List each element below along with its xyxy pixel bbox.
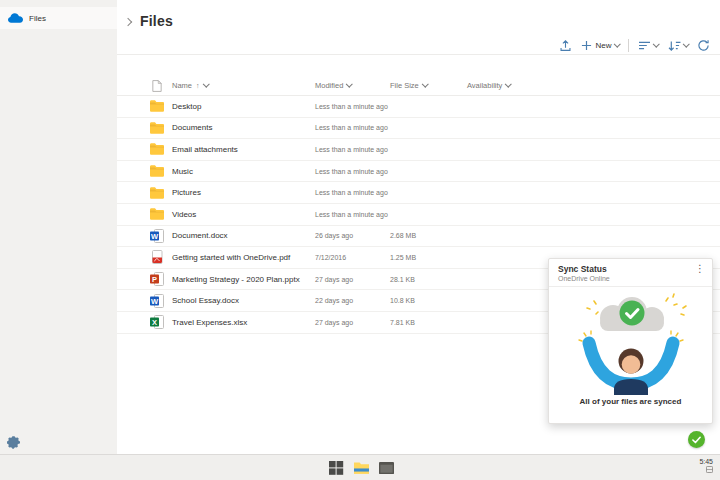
refresh-button[interactable] — [697, 39, 710, 52]
file-size: 10.8 KB — [390, 297, 467, 304]
sort-lines-icon — [638, 40, 651, 51]
svg-text:P: P — [152, 275, 157, 284]
folder-icon — [150, 207, 164, 221]
file-modified: Less than a minute ago — [315, 146, 390, 153]
file-modified: Less than a minute ago — [315, 189, 390, 196]
word-file-icon: W — [150, 229, 164, 243]
chevron-down-icon — [614, 40, 620, 46]
chevron-right-icon — [124, 17, 132, 25]
svg-text:W: W — [151, 231, 159, 240]
file-size: 2.68 MB — [390, 232, 467, 239]
file-modified: 7/12/2016 — [315, 254, 390, 261]
chevron-down-icon — [653, 40, 659, 46]
file-name: Marketing Strategy - 2020 Plan.pptx — [164, 275, 315, 284]
sync-status-popup: Sync Status OneDrive Online ⋮ — [548, 258, 713, 424]
folder-icon — [150, 142, 164, 156]
sort-ascending-icon: ↑ — [196, 82, 200, 89]
sidebar: Files — [0, 0, 117, 456]
sidebar-item-files[interactable]: Files — [0, 7, 117, 29]
column-header-name[interactable]: Name ↑ — [164, 81, 315, 90]
column-header-availability[interactable]: Availability — [467, 81, 720, 90]
upload-button[interactable] — [559, 39, 572, 52]
table-row[interactable]: DesktopLess than a minute ago — [117, 96, 720, 118]
table-row[interactable]: Email attachmentsLess than a minute ago — [117, 139, 720, 161]
breadcrumb: Files — [125, 13, 173, 29]
svg-text:W: W — [151, 296, 159, 305]
document-header-icon — [152, 80, 164, 92]
sync-popup-title: Sync Status — [558, 264, 703, 274]
onedrive-cloud-icon — [8, 13, 23, 23]
refresh-icon — [697, 39, 710, 52]
file-name: Document.docx — [164, 231, 315, 240]
toolbar-divider — [628, 39, 629, 52]
table-row[interactable]: PicturesLess than a minute ago — [117, 182, 720, 204]
sync-ok-badge[interactable] — [688, 431, 705, 448]
file-modified: 27 days ago — [315, 319, 390, 326]
file-modified: 26 days ago — [315, 232, 390, 239]
file-name: Getting started with OneDrive.pdf — [164, 253, 315, 262]
file-name: Videos — [164, 210, 315, 219]
sync-status-message: All of your files are synced — [549, 397, 712, 406]
ime-indicator-icon — [699, 466, 713, 473]
chevron-down-icon — [422, 81, 428, 87]
more-options-button[interactable]: ⋮ — [695, 264, 705, 274]
clock-time: 5:45 — [699, 458, 713, 465]
sync-success-illustration — [556, 291, 706, 395]
pdf-file-icon — [150, 250, 164, 264]
app-window-icon[interactable] — [379, 461, 394, 475]
file-modified: Less than a minute ago — [315, 168, 390, 175]
column-header-modified[interactable]: Modified — [315, 81, 390, 90]
folder-icon — [150, 99, 164, 113]
toolbar: New — [559, 35, 710, 55]
excel-file-icon: X — [150, 315, 164, 329]
taskbar-clock[interactable]: 5:45 — [699, 458, 713, 473]
sort-button[interactable] — [638, 40, 659, 51]
file-name: School Essay.docx — [164, 296, 315, 305]
chevron-down-icon — [203, 81, 209, 87]
file-name: Travel Expenses.xlsx — [164, 318, 315, 327]
file-name: Desktop — [164, 102, 315, 111]
file-size: 28.1 KB — [390, 276, 467, 283]
desktop: ✕ Files Files — [0, 0, 720, 480]
chevron-down-icon — [346, 81, 352, 87]
file-modified: Less than a minute ago — [315, 211, 390, 218]
check-icon — [692, 436, 701, 444]
file-modified: Less than a minute ago — [315, 103, 390, 110]
file-name: Music — [164, 167, 315, 176]
chevron-down-icon — [505, 81, 511, 87]
column-header-filesize[interactable]: File Size — [390, 81, 467, 90]
sidebar-item-label: Files — [29, 14, 46, 23]
file-modified: Less than a minute ago — [315, 124, 390, 131]
settings-gear-icon[interactable] — [7, 436, 20, 449]
powerpoint-file-icon: P — [150, 272, 164, 286]
sort-order-icon — [668, 40, 681, 51]
onedrive-window: ✕ Files Files — [0, 0, 720, 454]
file-name: Email attachments — [164, 145, 315, 154]
plus-icon — [581, 40, 592, 51]
windows-start-icon[interactable] — [329, 461, 344, 475]
table-row[interactable]: WDocument.docx26 days ago2.68 MB — [117, 226, 720, 248]
table-row[interactable]: DocumentsLess than a minute ago — [117, 118, 720, 140]
sync-popup-subtitle: OneDrive Online — [558, 275, 703, 282]
file-size: 7.81 KB — [390, 319, 467, 326]
separator — [117, 54, 720, 55]
file-explorer-icon[interactable] — [354, 461, 369, 475]
new-button-label: New — [595, 41, 611, 50]
word-file-icon: W — [150, 294, 164, 308]
view-options-button[interactable] — [668, 40, 689, 51]
new-button[interactable]: New — [581, 40, 619, 51]
file-modified: 22 days ago — [315, 297, 390, 304]
page-title: Files — [140, 13, 173, 29]
chevron-down-icon — [683, 40, 689, 46]
file-size: 1.25 MB — [390, 254, 467, 261]
table-row[interactable]: MusicLess than a minute ago — [117, 161, 720, 183]
folder-icon — [150, 121, 164, 135]
folder-icon — [150, 186, 164, 200]
table-row[interactable]: VideosLess than a minute ago — [117, 204, 720, 226]
table-header: Name ↑ Modified File Size Availability — [117, 76, 720, 96]
file-name: Documents — [164, 123, 315, 132]
svg-text:X: X — [152, 318, 157, 327]
file-name: Pictures — [164, 188, 315, 197]
sync-popup-header: Sync Status OneDrive Online ⋮ — [549, 259, 712, 287]
folder-icon — [150, 164, 164, 178]
